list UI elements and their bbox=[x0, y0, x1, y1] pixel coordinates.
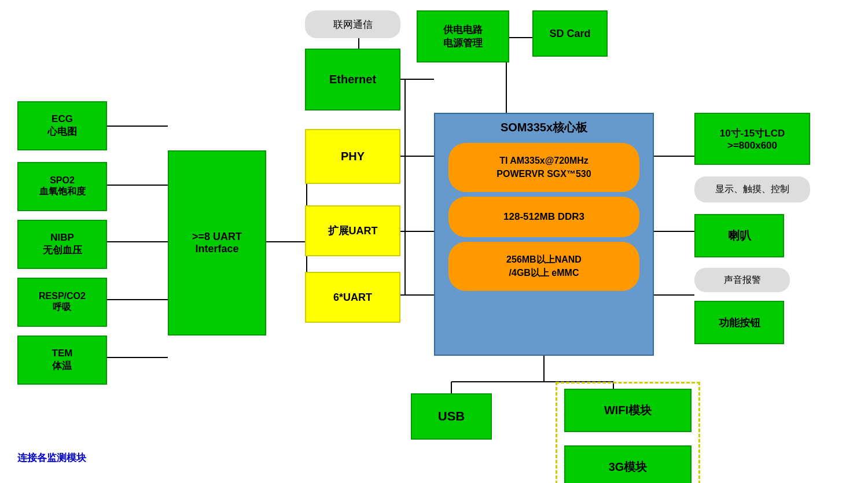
phy-box: PHY bbox=[305, 129, 400, 184]
bottom-label: 连接各监测模块 bbox=[17, 451, 86, 464]
wifi-box: WIFI模块 bbox=[564, 389, 692, 432]
power-supply-box: 供电电路电源管理 bbox=[417, 10, 509, 62]
speaker-box: 喇叭 bbox=[694, 214, 784, 257]
som335x-center-box: SOM335x核心板 TI AM335x@720MHzPOWERVR SGX™5… bbox=[434, 113, 654, 356]
spo2-box: SPO2血氧饱和度 bbox=[17, 162, 107, 211]
cpu-pill: TI AM335x@720MHzPOWERVR SGX™530 bbox=[448, 143, 639, 192]
display-label: 显示、触摸、控制 bbox=[694, 176, 810, 202]
six-uart-box: 6*UART bbox=[305, 272, 400, 323]
ddr-pill: 128-512MB DDR3 bbox=[448, 197, 639, 237]
usb-box: USB bbox=[411, 393, 492, 440]
ext-uart-box: 扩展UART bbox=[305, 205, 400, 256]
lcd-box: 10寸-15寸LCD>=800x600 bbox=[694, 113, 810, 165]
resp-co2-box: RESP/CO2呼吸 bbox=[17, 278, 107, 327]
lianwang-label: 联网通信 bbox=[305, 10, 400, 38]
sound-alarm-label: 声音报警 bbox=[694, 268, 790, 292]
ecg-box: ECG心电图 bbox=[17, 101, 107, 150]
som-title: SOM335x核心板 bbox=[435, 114, 653, 138]
3g-box: 3G模块 bbox=[564, 445, 692, 483]
nand-pill: 256MB以上NAND/4GB以上 eMMC bbox=[448, 242, 639, 291]
tem-box: TEM体温 bbox=[17, 335, 107, 385]
function-button-box: 功能按钮 bbox=[694, 301, 784, 344]
ethernet-box: Ethernet bbox=[305, 49, 400, 110]
sd-card-box: SD Card bbox=[532, 10, 608, 57]
nibp-box: NIBP无创血压 bbox=[17, 220, 107, 269]
uart-interface-box: >=8 UART Interface bbox=[168, 150, 266, 335]
